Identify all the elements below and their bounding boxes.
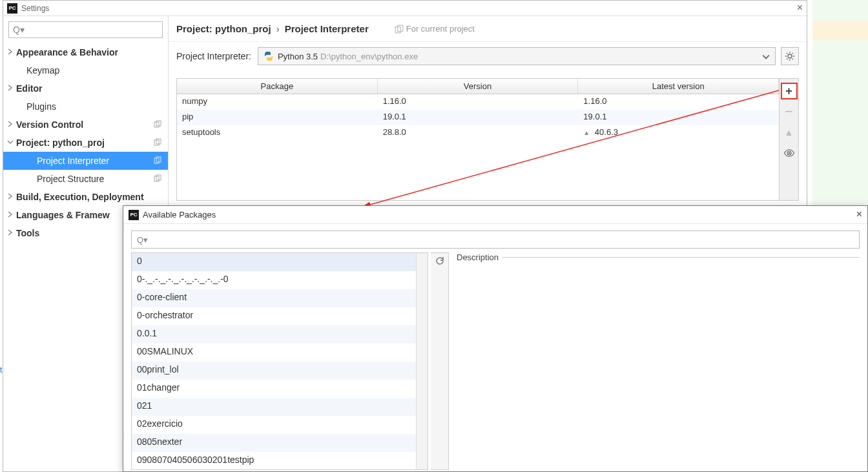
background-yellow-band xyxy=(812,21,868,40)
available-packages-list[interactable]: 00-._.-._.-._.-._.-._.-._.-00-core-clien… xyxy=(132,253,416,469)
cell-package: pip xyxy=(177,110,378,125)
tree-version-control[interactable]: Version Control xyxy=(3,116,168,134)
available-packages-titlebar: PC Available Packages × xyxy=(123,206,867,224)
tree-project-interpreter[interactable]: Project Interpreter xyxy=(3,152,168,170)
chevron-right-icon xyxy=(7,48,14,55)
col-version[interactable]: Version xyxy=(378,79,579,94)
edge-letter: t xyxy=(0,365,2,375)
search-icon: Q xyxy=(137,235,143,245)
package-table: Package Version Latest version numpy1.16… xyxy=(177,79,779,200)
interpreter-name: Python 3.5 xyxy=(278,52,318,61)
interpreter-dropdown[interactable]: Python 3.5 D:\python_env\python.exe xyxy=(258,47,776,65)
cell-latest: ▲ 40.6.3 xyxy=(578,125,779,141)
tree-label: Project Structure xyxy=(37,174,104,184)
cell-latest: 19.0.1 xyxy=(578,110,779,125)
project-scope-icon xyxy=(154,120,161,128)
tree-label: Plugins xyxy=(26,101,56,112)
chevron-right-icon xyxy=(7,85,14,91)
list-item[interactable]: 090807040506030201testpip xyxy=(132,452,416,469)
tree-keymap[interactable]: Keymap xyxy=(3,61,168,79)
interpreter-label: Project Interpreter: xyxy=(176,51,251,61)
tree-plugins[interactable]: Plugins xyxy=(3,97,168,116)
for-current-project-badge: For current project xyxy=(395,24,475,34)
col-latest[interactable]: Latest version xyxy=(578,79,779,94)
chevron-down-icon xyxy=(7,139,14,145)
package-table-area: Package Version Latest version numpy1.16… xyxy=(176,78,799,201)
tree-build[interactable]: Build, Execution, Deployment xyxy=(3,188,168,206)
tree-label: Project: python_proj xyxy=(16,138,105,148)
tree-label: Editor xyxy=(16,83,42,94)
cell-latest: 1.16.0 xyxy=(578,94,779,110)
project-scope-icon xyxy=(154,138,161,146)
tree-label: Project Interpreter xyxy=(37,156,109,166)
chevron-right-icon xyxy=(7,193,14,200)
description-panel: Description xyxy=(454,252,860,470)
breadcrumb-sep: › xyxy=(276,23,280,34)
col-package[interactable]: Package xyxy=(177,79,378,94)
available-packages-title: Available Packages xyxy=(143,210,216,220)
tree-appearance[interactable]: Appearance & Behavior xyxy=(3,43,168,61)
pycharm-icon: PC xyxy=(129,210,139,220)
list-item[interactable]: 00print_lol xyxy=(132,362,416,380)
settings-title: Settings xyxy=(21,4,49,13)
available-packages-list-wrap: 00-._.-._.-._.-._.-._.-._.-00-core-clien… xyxy=(131,252,428,470)
breadcrumb: Project: python_proj › Project Interpret… xyxy=(169,16,807,42)
tree-label: Version Control xyxy=(16,119,83,130)
cell-version: 19.0.1 xyxy=(378,110,579,125)
svg-point-10 xyxy=(788,54,792,58)
cell-package: setuptools xyxy=(177,125,378,141)
interpreter-row: Project Interpreter: Python 3.5 D:\pytho… xyxy=(169,42,807,70)
cell-package: numpy xyxy=(177,94,378,110)
settings-titlebar: PC Settings × xyxy=(3,1,807,16)
available-packages-search-input[interactable]: Q▾ xyxy=(131,231,860,249)
scrollbar[interactable] xyxy=(416,253,428,469)
tree-project[interactable]: Project: python_proj xyxy=(3,134,168,152)
table-row[interactable]: setuptools28.8.0▲ 40.6.3 xyxy=(177,125,779,141)
gear-icon xyxy=(785,51,795,61)
package-side-toolbar: + − ▲ xyxy=(779,79,798,200)
breadcrumb-leaf: Project Interpreter xyxy=(285,23,369,34)
table-row[interactable]: numpy1.16.01.16.0 xyxy=(177,94,779,110)
settings-search-input[interactable]: Q▾ xyxy=(8,21,163,38)
search-icon: Q xyxy=(13,25,20,35)
tree-project-structure[interactable]: Project Structure xyxy=(3,170,168,188)
list-item[interactable]: 0 xyxy=(132,253,416,271)
breadcrumb-main: Project: python_proj xyxy=(176,23,271,34)
list-item[interactable]: 0-._.-._.-._.-._.-._.-._.-0 xyxy=(132,271,416,289)
list-item[interactable]: 00SMALINUX xyxy=(132,344,416,362)
interpreter-settings-button[interactable] xyxy=(781,47,799,65)
list-item[interactable]: 01changer xyxy=(132,380,416,398)
tree-label: Tools xyxy=(16,228,39,238)
list-item[interactable]: 02exercicio xyxy=(132,416,416,434)
badge-label: For current project xyxy=(406,24,475,34)
list-item[interactable]: 0.0.1 xyxy=(132,325,416,344)
cell-version: 28.8.0 xyxy=(378,125,579,141)
chevron-right-icon xyxy=(7,211,14,218)
chevron-down-icon: ▾ xyxy=(143,235,148,245)
tree-label: Languages & Framew xyxy=(16,210,110,220)
list-item[interactable]: 0-orchestrator xyxy=(132,307,416,325)
available-packages-window: PC Available Packages × Q▾ 00-._.-._.-._… xyxy=(123,205,868,472)
tree-editor[interactable]: Editor xyxy=(3,79,168,97)
list-item[interactable]: 021 xyxy=(132,398,416,416)
chevron-down-icon: ▾ xyxy=(20,25,25,35)
tree-label: Appearance & Behavior xyxy=(16,47,118,57)
list-item[interactable]: 0-core-client xyxy=(132,289,416,307)
close-icon[interactable]: × xyxy=(856,209,862,220)
chevron-right-icon xyxy=(7,229,14,236)
refresh-button[interactable] xyxy=(435,256,445,469)
tree-label: Build, Execution, Deployment xyxy=(16,192,144,202)
package-table-head: Package Version Latest version xyxy=(177,79,779,94)
show-early-releases-button[interactable] xyxy=(781,145,798,161)
add-package-button[interactable]: + xyxy=(781,83,798,99)
list-item[interactable]: 0805nexter xyxy=(132,434,416,452)
close-icon[interactable]: × xyxy=(797,2,803,14)
interpreter-path: D:\python_env\python.exe xyxy=(320,52,418,61)
available-packages-body: 00-._.-._.-._.-._.-._.-._.-00-core-clien… xyxy=(123,252,867,470)
python-icon xyxy=(264,51,274,61)
cell-version: 1.16.0 xyxy=(378,94,579,110)
table-row[interactable]: pip19.0.119.0.1 xyxy=(177,110,779,125)
remove-package-button[interactable]: − xyxy=(781,103,798,120)
upgrade-package-button[interactable]: ▲ xyxy=(781,124,798,141)
upgrade-available-icon: ▲ xyxy=(583,129,590,136)
